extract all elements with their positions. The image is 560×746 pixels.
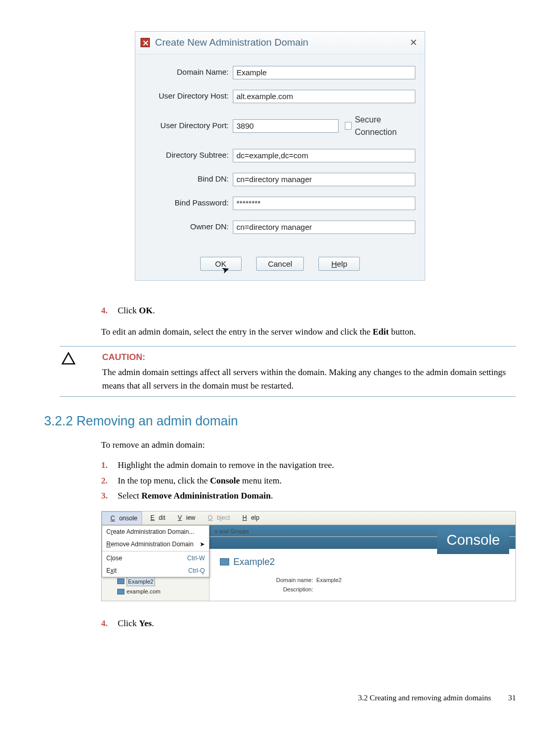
tree-item-example-com[interactable]: example.com xyxy=(105,587,209,597)
console-window: Console Edit View Object Help Create Adm… xyxy=(101,511,516,601)
detail-title: Example2 xyxy=(220,555,505,569)
bind-pw-input[interactable] xyxy=(233,197,415,210)
step-text: In the top menu, click the Console menu … xyxy=(118,474,282,488)
console-figure: Console Edit View Object Help Create Adm… xyxy=(44,511,516,601)
console-menu-dropdown: Create Administration Domain... Remove A… xyxy=(102,525,209,577)
step-number: 3. xyxy=(101,489,118,503)
dialog-title: Create New Administration Domain xyxy=(155,35,408,50)
step-number: 4. xyxy=(101,304,118,317)
create-domain-dialog: Create New Administration Domain ✕ Domai… xyxy=(135,31,425,281)
folder-icon xyxy=(220,558,229,565)
secure-connection-checkbox[interactable]: Secure Connection xyxy=(345,114,415,139)
tree-item-example2[interactable]: Example2 xyxy=(105,576,209,587)
menu-help[interactable]: Help xyxy=(234,512,263,524)
caution-text: The admin domain settings affect all ser… xyxy=(102,366,516,392)
section-heading: 3.2.2 Removing an admin domain xyxy=(44,411,516,431)
tab-users-groups[interactable]: s and Groups xyxy=(211,526,253,537)
port-input[interactable] xyxy=(233,119,339,133)
subtree-input[interactable] xyxy=(233,149,415,162)
secure-connection-label: Secure Connection xyxy=(355,114,415,139)
page-footer: 3.2 Creating and removing admin domains … xyxy=(44,692,516,704)
port-label: User Directory Port: xyxy=(145,120,233,132)
divider xyxy=(60,396,516,397)
domain-name-input[interactable] xyxy=(233,66,415,79)
menu-remove-domain[interactable]: Remove Administration Domain➤ xyxy=(102,538,209,550)
folder-icon xyxy=(117,589,124,595)
page-number: 31 xyxy=(501,692,516,704)
step-number: 4. xyxy=(101,617,118,630)
dialog-figure: Create New Administration Domain ✕ Domai… xyxy=(44,31,516,281)
menu-exit[interactable]: ExitCtrl-Q xyxy=(102,564,209,577)
detail-domain-name: Domain name:Example2 xyxy=(220,575,505,585)
step-number: 1. xyxy=(101,459,118,472)
help-button[interactable]: Help xyxy=(318,257,360,271)
step-list-c: 4. Click Yes. xyxy=(44,617,516,630)
console-brand: Console xyxy=(437,528,509,554)
owner-dn-input[interactable] xyxy=(233,220,415,234)
menu-close[interactable]: CloseCtrl-W xyxy=(102,552,209,564)
step-list-a: 4. Click OK. xyxy=(44,304,516,317)
menu-view[interactable]: View xyxy=(170,512,200,524)
menubar: Console Edit View Object Help xyxy=(102,512,515,525)
caution-block: CAUTION: The admin domain settings affec… xyxy=(44,351,516,393)
app-icon xyxy=(141,38,150,47)
host-label: User Directory Host: xyxy=(145,90,233,102)
caution-title: CAUTION: xyxy=(102,351,516,364)
menu-console[interactable]: Console xyxy=(102,512,142,524)
bind-pw-label: Bind Password: xyxy=(145,197,233,209)
footer-section: 3.2 Creating and removing admin domains xyxy=(358,692,491,704)
menu-create-domain[interactable]: Create Administration Domain... xyxy=(102,526,209,538)
step-text: Highlight the admin domain to remove in … xyxy=(118,459,334,472)
bind-dn-label: Bind DN: xyxy=(145,173,233,185)
caution-icon xyxy=(60,351,77,393)
cursor-icon: ➤ xyxy=(200,540,205,549)
menu-object[interactable]: Object xyxy=(200,512,234,524)
step-text: Click Yes. xyxy=(118,617,154,630)
host-input[interactable] xyxy=(233,90,415,103)
step-number: 2. xyxy=(101,474,118,488)
divider xyxy=(60,346,516,347)
step-text: Click OK. xyxy=(118,304,155,317)
dialog-body: Domain Name: User Directory Host: User D… xyxy=(135,54,425,250)
step-list-b: 1. Highlight the admin domain to remove … xyxy=(44,459,516,503)
edit-instruction: To edit an admin domain, select the entr… xyxy=(44,325,516,339)
menu-edit[interactable]: Edit xyxy=(142,512,170,524)
subtree-label: Directory Subtree: xyxy=(145,149,233,161)
detail-description: Description: xyxy=(220,585,505,595)
folder-icon xyxy=(117,578,124,584)
step-text: Select Remove Admininistration Domain. xyxy=(118,489,273,503)
dialog-footer: OK ➤ Cancel Help xyxy=(135,250,425,280)
cancel-button[interactable]: Cancel xyxy=(256,257,304,271)
dialog-titlebar: Create New Administration Domain ✕ xyxy=(135,32,425,54)
detail-pane: s and Groups Console Example2 Domain nam… xyxy=(209,525,515,601)
close-icon[interactable]: ✕ xyxy=(408,36,419,50)
bind-dn-input[interactable] xyxy=(233,173,415,186)
remove-intro: To remove an admin domain: xyxy=(44,438,516,452)
checkbox-icon xyxy=(345,122,352,130)
owner-dn-label: Owner DN: xyxy=(145,221,233,233)
domain-name-label: Domain Name: xyxy=(145,66,233,78)
